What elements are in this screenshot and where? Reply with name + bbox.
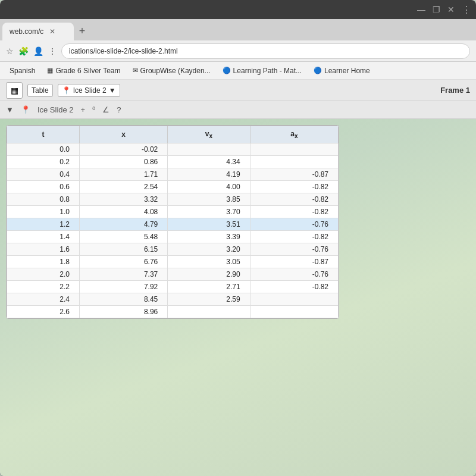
data-table-container: t x vx ax 0.0-0.020.20.864.340.41.714.19… [6,125,339,319]
table-row[interactable]: 2.48.452.59 [7,293,339,306]
bookmark-spanish[interactable]: Spanish [5,65,40,76]
table-row[interactable]: 2.07.372.90-0.76 [7,268,339,281]
menu-dots-icon[interactable]: ⋮ [48,46,57,56]
bookmark-learning-path-label: Learning Path - Mat... [233,67,302,75]
star-icon[interactable]: ☆ [6,46,14,56]
cell-x: 7.92 [80,281,168,293]
table-row[interactable]: 0.20.864.34 [7,156,339,168]
new-tab-button[interactable]: + [74,23,90,39]
col-header-ax: ax [250,126,338,143]
table-row[interactable]: 1.24.793.51-0.76 [7,218,339,231]
cell-x: 6.15 [80,243,168,256]
table-row[interactable]: 1.66.153.20-0.76 [7,243,339,256]
table-row[interactable]: 2.68.96 [7,306,339,318]
restore-button[interactable]: ❐ [433,5,440,14]
cell-t: 0.6 [7,181,80,193]
cell-vx: 3.05 [168,256,250,268]
cell-ax: -0.82 [250,231,338,243]
cell-t: 0.8 [7,193,80,206]
bookmark-grade6[interactable]: ▦ Grade 6 Silver Team [42,65,125,76]
cell-ax [250,143,338,156]
table-dropdown[interactable]: Table [27,84,53,97]
cell-x: 8.45 [80,293,168,306]
location-pin-icon: 📍 [62,86,71,95]
cell-x: 2.54 [80,181,168,193]
close-button[interactable]: ✕ [447,5,455,14]
bookmark-groupwise-label: GroupWise (Kayden... [140,67,211,75]
dropdown-arrow-icon: ▼ [109,86,116,95]
cell-t: 1.2 [7,218,80,231]
cell-t: 1.8 [7,256,80,268]
profile-icon[interactable]: 👤 [33,46,43,56]
table-row[interactable]: 0.41.714.19-0.87 [7,168,339,181]
data-table: t x vx ax 0.0-0.020.20.864.340.41.714.19… [7,126,339,318]
cell-vx: 2.90 [168,268,250,281]
bookmark-groupwise[interactable]: ✉ GroupWise (Kayden... [128,65,215,76]
learner-home-icon: 🔵 [314,67,322,74]
question-icon[interactable]: ? [117,105,121,114]
browser-window: — ❐ ✕ ⋮ web.com/c ✕ + ☆ 🧩 👤 ⋮ Spanish ▦ … [0,0,476,476]
cell-vx: 4.00 [168,181,250,193]
tab-close-icon[interactable]: ✕ [49,27,55,36]
location-pin-icon[interactable]: 📍 [21,105,30,114]
plus-icon[interactable]: + [81,105,86,114]
table-row[interactable]: 1.45.483.39-0.82 [7,231,339,243]
cell-vx: 4.34 [168,156,250,168]
cell-x: 7.37 [80,268,168,281]
cell-vx: 2.59 [168,293,250,306]
frame-label: Frame 1 [440,86,470,95]
cell-x: 3.32 [80,193,168,206]
title-bar: — ❐ ✕ ⋮ [0,0,476,19]
cell-vx: 3.70 [168,206,250,218]
extensions-icon[interactable]: 🧩 [18,46,29,56]
main-content: t x vx ax 0.0-0.020.20.864.340.41.714.19… [0,119,476,476]
cell-t: 0.2 [7,156,80,168]
angle-icon[interactable]: ∠ [102,105,109,114]
address-bar: ☆ 🧩 👤 ⋮ [0,40,476,62]
active-tab[interactable]: web.com/c ✕ [2,23,74,40]
title-bar-controls: — ❐ ✕ ⋮ [417,4,471,15]
minimize-button[interactable]: — [417,5,425,14]
down-arrow-icon[interactable]: ▼ [6,105,14,114]
cell-ax: -0.82 [250,281,338,293]
location-dropdown[interactable]: 📍 Ice Slide 2 ▼ [58,84,120,97]
groupwise-icon: ✉ [133,67,138,74]
superscript-icon[interactable]: ⁰ [92,105,95,114]
bookmark-spanish-label: Spanish [10,67,35,75]
grid-icon-button[interactable]: ▦ [6,82,23,99]
tool-icons-bar: ▼ 📍 Ice Slide 2 + ⁰ ∠ ? [0,101,476,119]
cell-vx: 4.19 [168,168,250,181]
cell-ax [250,306,338,318]
cell-ax: -0.82 [250,193,338,206]
app-toolbar: ▦ Table 📍 Ice Slide 2 ▼ Frame 1 [0,80,476,101]
grade6-icon: ▦ [47,67,53,74]
cell-x: 0.86 [80,156,168,168]
table-row[interactable]: 0.83.323.85-0.82 [7,193,339,206]
bookmark-learner-home[interactable]: 🔵 Learner Home [309,65,375,76]
cell-vx: 3.51 [168,218,250,231]
menu-icon[interactable]: ⋮ [462,4,471,15]
table-row[interactable]: 0.62.544.00-0.82 [7,181,339,193]
cell-t: 1.6 [7,243,80,256]
table-row[interactable]: 2.27.922.71-0.82 [7,281,339,293]
cell-vx [168,306,250,318]
cell-vx [168,143,250,156]
table-row[interactable]: 1.86.763.05-0.87 [7,256,339,268]
cell-t: 0.4 [7,168,80,181]
bookmark-grade6-label: Grade 6 Silver Team [55,67,120,75]
col-header-x: x [80,126,168,143]
learning-path-icon: 🔵 [223,67,231,74]
cell-ax: -0.87 [250,168,338,181]
cell-t: 2.2 [7,281,80,293]
cell-ax: -0.82 [250,206,338,218]
address-input[interactable] [61,43,470,59]
table-label: Table [32,86,49,95]
cell-ax: -0.76 [250,218,338,231]
bookmark-learning-path[interactable]: 🔵 Learning Path - Mat... [218,65,306,76]
table-row[interactable]: 0.0-0.02 [7,143,339,156]
cell-x: 1.71 [80,168,168,181]
table-header-row: t x vx ax [7,126,339,143]
table-row[interactable]: 1.04.083.70-0.82 [7,206,339,218]
location-label: Ice Slide 2 [73,86,107,95]
cell-ax: -0.87 [250,256,338,268]
